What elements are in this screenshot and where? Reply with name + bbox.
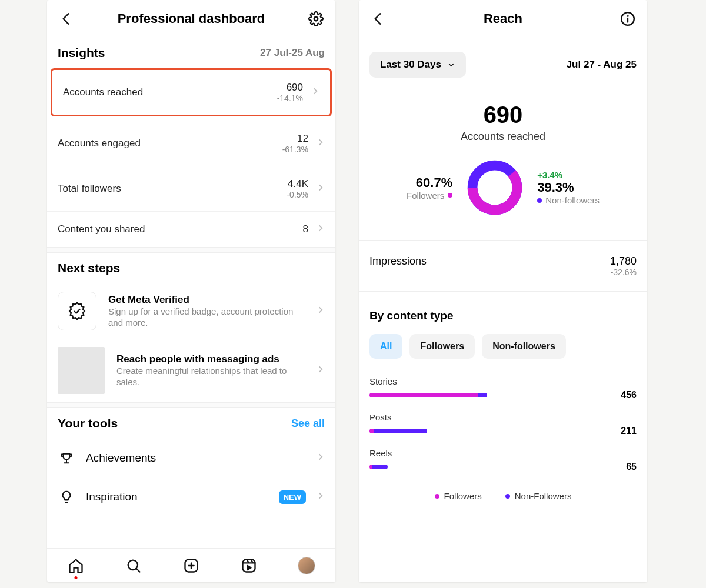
tab-all[interactable]: All: [369, 334, 402, 359]
page-title: Professional dashboard: [75, 11, 307, 26]
chevron-right-icon: [317, 492, 325, 502]
row-accounts-reached[interactable]: Accounts reached 690 -14.1%: [52, 70, 330, 115]
plus-square-icon: [183, 557, 199, 574]
reach-topbar: Reach: [359, 0, 647, 38]
row-delta: -61.3%: [282, 145, 308, 154]
bar-seg-nonfollowers: [478, 393, 487, 397]
row-content-shared[interactable]: Content you shared 8: [47, 212, 335, 247]
new-badge: NEW: [279, 490, 306, 504]
tool-inspiration[interactable]: Inspiration NEW: [47, 477, 335, 516]
row-total-followers[interactable]: Total followers 4.4K -0.5%: [47, 166, 335, 212]
content-type-bars: Stories 456 Posts 211 Reels 65: [359, 373, 647, 480]
tab-reels[interactable]: [239, 556, 259, 576]
bar-seg-nonfollowers: [374, 429, 427, 433]
bar-label: Reels: [369, 448, 637, 458]
tab-search[interactable]: [124, 556, 144, 576]
nonfollowers-label: Non-followers: [545, 195, 600, 205]
chevron-right-icon: [317, 453, 325, 463]
bar-seg-followers: [369, 429, 374, 433]
bar-row: Reels 65: [359, 445, 647, 480]
bar-label: Stories: [369, 376, 637, 386]
date-range-label: Last 30 Days: [380, 59, 441, 71]
followers-pct: 60.7%: [416, 175, 452, 191]
card-meta-verified[interactable]: Get Meta Verified Sign up for a verified…: [47, 283, 335, 339]
tools-heading: Your tools: [58, 416, 118, 430]
tool-label: Achievements: [86, 452, 306, 465]
settings-button[interactable]: [307, 10, 325, 28]
svg-point-0: [314, 17, 318, 21]
info-icon: [620, 11, 635, 26]
svg-marker-7: [248, 566, 251, 570]
trophy-icon: [58, 449, 75, 467]
tab-followers[interactable]: Followers: [409, 334, 475, 359]
row-accounts-engaged[interactable]: Accounts engaged 12 -61.3%: [47, 121, 335, 166]
nonfollowers-delta: +3.4%: [537, 170, 562, 180]
search-icon: [125, 557, 142, 574]
legend-nonfollowers: Non-Followers: [515, 491, 572, 501]
chevron-left-icon: [371, 11, 386, 26]
tool-achievements[interactable]: Achievements: [47, 439, 335, 477]
row-delta: -14.1%: [277, 93, 303, 103]
accounts-reached-highlight: Accounts reached 690 -14.1%: [51, 68, 332, 116]
tab-profile[interactable]: [297, 556, 317, 576]
svg-point-10: [627, 16, 628, 16]
back-button[interactable]: [58, 10, 75, 28]
bottom-tabbar: [47, 548, 335, 582]
section-divider: [47, 402, 335, 408]
card-image-placeholder: [58, 347, 105, 394]
bar-row: Stories 456: [359, 373, 647, 409]
row-label: Accounts engaged: [58, 138, 141, 149]
tools-header: Your tools See all: [47, 408, 335, 439]
chevron-right-icon: [317, 183, 325, 194]
impressions-delta: -32.6%: [610, 268, 637, 277]
date-range-text: Jul 27 - Aug 25: [567, 59, 637, 71]
card-subtitle: Create meaningful relationships that lea…: [116, 365, 305, 388]
next-steps-header: Next steps: [47, 253, 335, 283]
info-button[interactable]: [619, 10, 637, 28]
section-divider: [47, 247, 335, 253]
followers-label: Followers: [407, 191, 444, 201]
bar-value: 211: [608, 426, 637, 436]
tab-create[interactable]: [181, 556, 201, 576]
svg-line-2: [136, 569, 139, 572]
tab-home[interactable]: [66, 556, 86, 576]
row-label: Content you shared: [58, 223, 145, 235]
impressions-row[interactable]: Impressions 1,780 -32.6%: [359, 240, 647, 291]
insights-date-range: 27 Jul-25 Aug: [260, 47, 325, 59]
chevron-right-icon: [311, 87, 319, 98]
card-messaging-ads[interactable]: Reach people with messaging ads Create m…: [47, 339, 335, 402]
verified-badge-icon: [58, 292, 96, 330]
avatar: [298, 557, 315, 574]
bar-legend: Followers Non-Followers: [359, 480, 647, 512]
card-subtitle: Sign up for a verified badge, account pr…: [108, 306, 305, 329]
back-button[interactable]: [369, 10, 387, 28]
tool-label: Inspiration: [86, 490, 268, 503]
bar-row: Posts 211: [359, 409, 647, 445]
next-steps-heading: Next steps: [58, 261, 120, 275]
content-type-heading: By content type: [359, 292, 647, 334]
bar-track: [369, 429, 600, 433]
card-title: Reach people with messaging ads: [116, 353, 305, 365]
dashboard-topbar: Professional dashboard: [47, 0, 335, 38]
dashboard-panel: Professional dashboard Insights 27 Jul-2…: [47, 0, 335, 582]
tab-nonfollowers[interactable]: Non-followers: [482, 334, 566, 359]
svg-rect-6: [243, 559, 255, 572]
row-value: 8: [303, 223, 308, 235]
row-label: Total followers: [58, 183, 121, 195]
reach-caption: Accounts reached: [359, 131, 647, 143]
chevron-right-icon: [317, 138, 325, 149]
row-value: 12: [282, 133, 308, 145]
legend-dot-followers-icon: [435, 494, 439, 499]
followers-dot-icon: [448, 193, 452, 198]
see-all-link[interactable]: See all: [291, 417, 325, 430]
chevron-right-icon: [317, 365, 325, 376]
date-range-dropdown[interactable]: Last 30 Days: [369, 52, 466, 78]
donut-icon: [465, 158, 524, 217]
legend-followers: Followers: [444, 491, 482, 501]
reach-donut-chart: 60.7% Followers +3.4% 39.3% Non-follower…: [359, 158, 647, 217]
nonfollowers-pct: 39.3%: [537, 180, 574, 195]
bar-track: [369, 465, 600, 469]
chevron-right-icon: [317, 306, 325, 316]
insights-header: Insights 27 Jul-25 Aug: [47, 38, 335, 68]
bar-value: 65: [608, 462, 637, 472]
